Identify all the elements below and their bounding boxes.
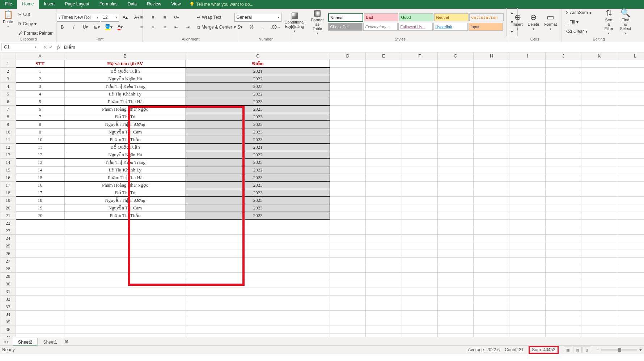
cell[interactable] xyxy=(474,204,509,212)
cell[interactable]: 2021 xyxy=(186,144,330,151)
align-right-button[interactable]: ≡ xyxy=(159,23,170,31)
align-middle-button[interactable]: ≡ xyxy=(148,13,158,22)
row-header[interactable]: 7 xyxy=(0,106,16,113)
row-header[interactable]: 10 xyxy=(0,128,16,136)
cell[interactable] xyxy=(64,220,186,227)
sheet-nav[interactable]: ◂ ▸ xyxy=(0,337,13,346)
cell[interactable] xyxy=(64,311,186,318)
cell[interactable] xyxy=(437,60,473,68)
cell[interactable] xyxy=(617,250,644,258)
cell[interactable] xyxy=(474,182,509,189)
cell[interactable]: Nguyễn Thị Cam xyxy=(64,204,186,212)
cell[interactable]: 19 xyxy=(16,204,64,212)
cell[interactable]: Điểm xyxy=(186,60,330,68)
row-header[interactable]: 30 xyxy=(0,280,16,288)
cell[interactable] xyxy=(366,128,402,136)
cell[interactable] xyxy=(509,121,545,128)
cell[interactable] xyxy=(509,288,545,296)
row-header[interactable]: 22 xyxy=(0,220,16,227)
cell[interactable] xyxy=(402,265,437,273)
cell[interactable] xyxy=(330,197,365,204)
cell[interactable] xyxy=(581,159,617,166)
cell[interactable] xyxy=(581,273,617,280)
cell[interactable] xyxy=(330,296,365,303)
cell[interactable] xyxy=(545,136,581,144)
cell[interactable] xyxy=(330,151,365,159)
cell[interactable] xyxy=(437,242,473,250)
cell[interactable] xyxy=(509,159,545,166)
cell[interactable] xyxy=(581,197,617,204)
cell[interactable] xyxy=(581,151,617,159)
clear-button[interactable]: ⌫Clear▾ xyxy=(564,27,600,36)
row-header[interactable]: 26 xyxy=(0,250,16,258)
cell[interactable] xyxy=(437,136,473,144)
row-header[interactable]: 4 xyxy=(0,83,16,90)
cell[interactable] xyxy=(330,189,365,197)
column-header[interactable]: F xyxy=(402,52,437,60)
cell[interactable] xyxy=(366,189,402,197)
cell[interactable] xyxy=(330,60,365,68)
cell[interactable] xyxy=(545,68,581,75)
cell[interactable]: 13 xyxy=(16,159,64,166)
cell[interactable] xyxy=(545,83,581,90)
cell[interactable] xyxy=(437,280,473,288)
cell[interactable]: 1 xyxy=(16,68,64,75)
cell[interactable] xyxy=(330,98,365,106)
cell[interactable] xyxy=(581,128,617,136)
cell[interactable] xyxy=(617,326,644,334)
cell[interactable] xyxy=(330,227,365,235)
cell[interactable] xyxy=(545,318,581,326)
style-followed-link[interactable]: Followed Hy... xyxy=(398,23,433,31)
cell[interactable] xyxy=(330,318,365,326)
cell[interactable] xyxy=(509,151,545,159)
insert-cells-button[interactable]: ⊕Insert▾ xyxy=(510,13,525,31)
cell[interactable] xyxy=(366,90,402,98)
formula-input[interactable]: Điểm xyxy=(62,44,644,50)
cell[interactable] xyxy=(330,113,365,121)
column-header[interactable]: C xyxy=(186,52,330,60)
bold-button[interactable]: B xyxy=(57,23,68,31)
cell[interactable] xyxy=(545,121,581,128)
sort-filter-button[interactable]: ⇅Sort & Filter▾ xyxy=(601,8,616,36)
cell[interactable] xyxy=(402,121,437,128)
cell[interactable] xyxy=(437,75,473,83)
cell[interactable] xyxy=(437,159,473,166)
cell[interactable] xyxy=(437,212,473,220)
wrap-text-button[interactable]: ↩Wrap Text xyxy=(195,13,238,22)
cell[interactable] xyxy=(64,296,186,303)
cell[interactable] xyxy=(617,182,644,189)
cell[interactable]: 16 xyxy=(16,182,64,189)
view-page-break-button[interactable]: ▯ xyxy=(582,347,591,353)
cell[interactable] xyxy=(617,60,644,68)
row-header[interactable]: 23 xyxy=(0,227,16,235)
cell[interactable] xyxy=(402,166,437,174)
cell[interactable] xyxy=(617,296,644,303)
cell[interactable] xyxy=(186,220,330,227)
cell[interactable] xyxy=(474,318,509,326)
cell[interactable] xyxy=(617,227,644,235)
cell[interactable] xyxy=(617,106,644,113)
row-header[interactable]: 34 xyxy=(0,311,16,318)
cell[interactable] xyxy=(545,197,581,204)
row-header[interactable]: 14 xyxy=(0,159,16,166)
cell[interactable] xyxy=(64,265,186,273)
cell[interactable] xyxy=(474,174,509,182)
align-top-button[interactable]: ≡ xyxy=(136,13,147,22)
cell[interactable] xyxy=(581,83,617,90)
cell[interactable] xyxy=(581,280,617,288)
cell[interactable] xyxy=(437,250,473,258)
percent-button[interactable]: % xyxy=(246,23,257,31)
cell[interactable] xyxy=(366,75,402,83)
cell[interactable] xyxy=(437,326,473,334)
cell[interactable] xyxy=(437,90,473,98)
cell[interactable] xyxy=(581,121,617,128)
cell[interactable]: Đỗ Thị Tú xyxy=(64,189,186,197)
cell[interactable] xyxy=(545,280,581,288)
cell[interactable] xyxy=(617,159,644,166)
cell[interactable] xyxy=(474,227,509,235)
column-header[interactable]: J xyxy=(545,52,581,60)
cell[interactable] xyxy=(330,212,365,220)
sheet-tab-other[interactable]: Sheet1 xyxy=(38,338,62,346)
cell[interactable] xyxy=(64,303,186,311)
cell[interactable] xyxy=(617,128,644,136)
